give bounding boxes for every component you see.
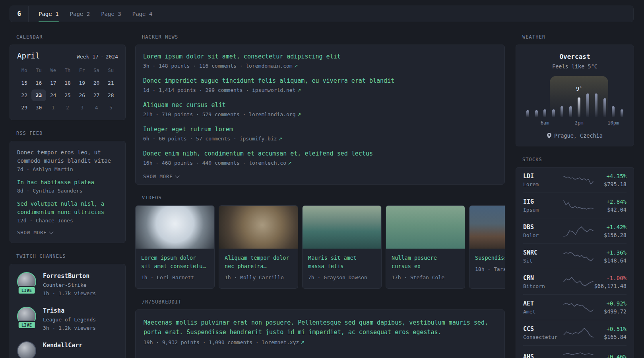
stock-price: $165.84 — [604, 334, 627, 340]
subreddit-post-meta: 19h · 9,932 points · 1,090 comments · lo… — [144, 339, 497, 345]
stock-symbol[interactable]: AET — [523, 300, 563, 307]
rss-show-more-button[interactable]: SHOW MORE — [17, 230, 118, 235]
external-link-icon[interactable]: ↗ — [297, 112, 301, 117]
video-thumbnail[interactable] — [303, 206, 381, 249]
stock-sparkline — [563, 351, 594, 358]
rss-item-title[interactable]: Donec tempor eros leo, ut commodo mauris… — [17, 148, 118, 165]
video-thumbnail[interactable] — [136, 206, 214, 249]
hn-item-meta: 21h · 710 points · 579 comments · loreml… — [143, 111, 497, 117]
hackernews-section-title: HACKER NEWS — [135, 34, 505, 40]
stock-symbol[interactable]: CRN — [523, 274, 563, 282]
stock-change: +1.42% — [604, 224, 627, 230]
video-meta: 7h · Grayson Dawson — [303, 270, 381, 288]
stock-sparkline — [563, 199, 594, 212]
tab-page-1[interactable]: Page 1 — [39, 6, 59, 22]
stock-row[interactable]: CCSConsectetur +0.51%$165.84 — [523, 320, 627, 346]
stock-name: Lorem — [523, 181, 563, 187]
hn-item-title[interactable]: Aliquam nec cursus elit — [143, 101, 497, 109]
video-card[interactable]: Lorem ipsum dolor sit amet consectetu… 1… — [135, 205, 215, 289]
stock-symbol[interactable]: AHS — [523, 353, 563, 358]
hn-item: Aliquam nec cursus elit 21h · 710 points… — [143, 101, 497, 117]
rss-item[interactable]: Donec tempor eros leo, ut commodo mauris… — [17, 148, 118, 172]
tab-page-2[interactable]: Page 2 — [70, 6, 90, 22]
rss-item-title[interactable]: Sed volutpat nulla nisl, a condimentum n… — [17, 200, 118, 216]
video-title[interactable]: Aliquam tempor dolor nec pharetra… — [219, 249, 298, 270]
hacker-news-card: Lorem ipsum dolor sit amet, consectetur … — [135, 45, 505, 185]
hn-item: Donec imperdiet augue tincidunt felis al… — [143, 76, 497, 93]
video-meta: 17h · Stefan Cole — [386, 270, 465, 288]
twitch-channel-row[interactable]: LIVE Trisha League of Legends 3h · 1.2k … — [17, 307, 118, 332]
twitch-channel-name[interactable]: KendallCarr — [43, 341, 82, 349]
hn-item-title[interactable]: Lorem ipsum dolor sit amet, consectetur … — [143, 52, 497, 61]
video-thumbnail[interactable] — [469, 206, 505, 249]
calendar-header: April Week 17·2024 — [17, 51, 118, 60]
weekday-label: Tu — [31, 66, 46, 75]
stock-row[interactable]: CRNBitcorn -1.00%$66,171.48 — [523, 269, 627, 295]
video-thumbnail[interactable] — [386, 206, 465, 249]
hn-item-meta: 1d · 1,414 points · 299 comments · ipsum… — [143, 87, 497, 93]
stock-row[interactable]: DBSDolor +1.42%$156.28 — [523, 218, 627, 244]
weather-bars — [525, 76, 625, 117]
rss-item-title[interactable]: In hac habitasse platea — [17, 178, 118, 187]
stock-symbol[interactable]: CCS — [523, 325, 563, 333]
twitch-channel-meta: 3h · 1.2k viewers — [43, 325, 96, 332]
rss-item[interactable]: Sed volutpat nulla nisl, a condimentum n… — [17, 200, 118, 224]
video-title[interactable]: Mauris sit amet massa felis — [303, 249, 381, 270]
video-title[interactable]: Nullam posuere cursus ex — [386, 249, 465, 270]
stock-sparkline — [563, 224, 594, 238]
stock-row[interactable]: SNRCSit +1.36%$148.64 — [523, 244, 627, 269]
video-card[interactable]: Nullam posuere cursus ex 17h · Stefan Co… — [386, 205, 465, 289]
calendar-month: April — [17, 51, 40, 60]
tab-page-4[interactable]: Page 4 — [132, 6, 153, 22]
hn-meta-text: 6h · 60 points · 57 comments · ipsumify.… — [143, 136, 277, 142]
hn-show-more-button[interactable]: SHOW MORE — [143, 173, 497, 179]
stock-name: Consectetur — [523, 334, 563, 340]
video-card[interactable]: Mauris sit amet massa felis 7h · Grayson… — [302, 205, 382, 289]
hn-item-title[interactable]: Integer eget rutrum lorem — [143, 125, 497, 134]
calendar-section-title: CALENDAR — [10, 34, 126, 40]
video-card[interactable]: Aliquam tempor dolor nec pharetra… 1h · … — [219, 205, 298, 289]
twitch-channel-game: League of Legends — [43, 316, 96, 323]
external-link-icon[interactable]: ↗ — [294, 63, 298, 69]
video-title[interactable]: Lorem ipsum dolor sit amet consectetu… — [136, 249, 214, 270]
weekday-label: Mo — [17, 66, 31, 75]
live-badge: LIVE — [17, 321, 36, 329]
rss-item-meta: 8d · Cynthia Saunders — [17, 188, 118, 194]
stock-price: $148.64 — [604, 257, 627, 264]
calendar-day: 24 — [46, 90, 60, 101]
tab-page-3[interactable]: Page 3 — [101, 6, 121, 22]
twitch-channel-row[interactable]: LIVE ForrestBurton Counter-Strike 1h · 1… — [17, 272, 118, 297]
calendar-day: 15 — [17, 77, 31, 89]
external-link-icon[interactable]: ↗ — [288, 160, 292, 166]
stock-symbol[interactable]: SNRC — [523, 249, 563, 256]
video-thumbnail[interactable] — [219, 206, 298, 249]
twitch-channel-row[interactable]: LIVE KendallCarr — [17, 341, 118, 358]
twitch-avatar-wrap: LIVE — [17, 341, 36, 358]
hn-meta-text: 16h · 468 points · 440 comments · loremt… — [143, 160, 286, 166]
stock-change: +0.51% — [604, 326, 627, 332]
twitch-channel-name[interactable]: ForrestBurton — [43, 272, 96, 280]
external-link-icon[interactable]: ↗ — [301, 340, 305, 345]
stock-row[interactable]: AHS +0.46% — [523, 346, 627, 358]
stock-sparkline — [563, 275, 594, 289]
video-title[interactable]: Suspendisse diam — [469, 249, 505, 262]
stock-row[interactable]: LDILorem +4.35%$795.18 — [523, 167, 627, 193]
stock-row[interactable]: AETAmet +0.92%$499.72 — [523, 295, 627, 320]
calendar-day: 19 — [75, 77, 89, 89]
stock-symbol[interactable]: LDI — [523, 173, 563, 180]
hn-meta-text: 21h · 710 points · 579 comments · loreml… — [143, 111, 296, 117]
hn-item-title[interactable]: Donec imperdiet augue tincidunt felis al… — [143, 76, 497, 85]
video-card[interactable]: Suspendisse diam 18h · Tara — [469, 205, 505, 289]
external-link-icon[interactable]: ↗ — [279, 136, 283, 142]
external-link-icon[interactable]: ↗ — [297, 88, 301, 93]
hn-item-title[interactable]: Donec enim nibh, condimentum et accumsan… — [143, 149, 497, 158]
stocks-card: LDILorem +4.35%$795.18 IIGIpsum +2.84%$4… — [516, 167, 634, 358]
stock-row[interactable]: IIGIpsum +2.84%$42.04 — [523, 193, 627, 218]
subreddit-post-title[interactable]: Maecenas mollis pulvinar erat non posuer… — [144, 318, 497, 337]
calendar-day: 5 — [104, 102, 118, 113]
stock-change: +0.46% — [606, 354, 627, 358]
stock-symbol[interactable]: IIG — [523, 198, 563, 205]
twitch-channel-name[interactable]: Trisha — [43, 307, 96, 315]
stock-symbol[interactable]: DBS — [523, 224, 563, 231]
rss-item[interactable]: In hac habitasse platea 8d · Cynthia Sau… — [17, 178, 118, 194]
